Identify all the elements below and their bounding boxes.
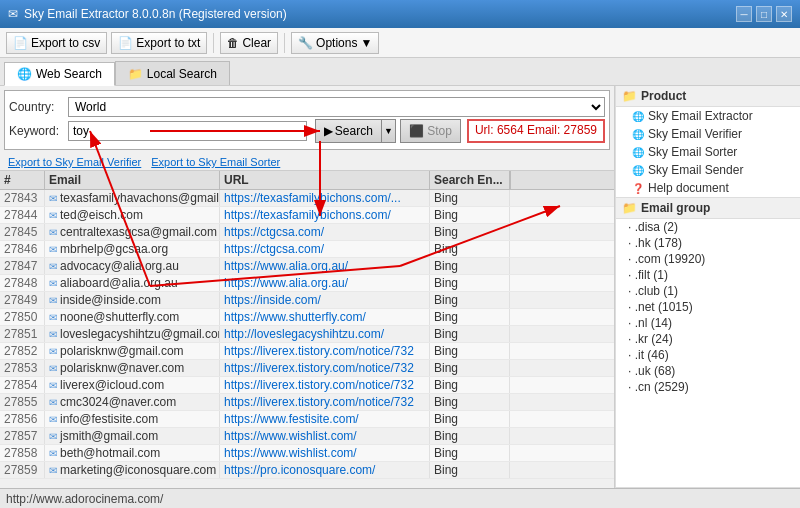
table-row[interactable]: 27844 ✉ ted@eisch.com https://texasfamil… — [0, 207, 614, 224]
table-row[interactable]: 27856 ✉ info@festisite.com https://www.f… — [0, 411, 614, 428]
cell-num: 27847 — [0, 258, 45, 274]
email-icon: ✉ — [49, 227, 57, 238]
clear-button[interactable]: 🗑 Clear — [220, 32, 278, 54]
email-group-list[interactable]: · .disa (2)· .hk (178)· .com (19920)· .f… — [616, 219, 800, 487]
cell-num: 27848 — [0, 275, 45, 291]
cell-email: ✉ inside@inside.com — [45, 292, 220, 308]
product-item-icon: 🌐 — [632, 129, 644, 140]
options-button[interactable]: 🔧 Options ▼ — [291, 32, 379, 54]
product-item-icon: 🌐 — [632, 165, 644, 176]
cell-engine: Bing — [430, 394, 510, 410]
cell-num: 27857 — [0, 428, 45, 444]
email-group-item[interactable]: · .com (19920) — [616, 251, 800, 267]
cell-url: https://www.festisite.com/ — [220, 411, 430, 427]
export-csv-button[interactable]: 📄 Export to csv — [6, 32, 107, 54]
cell-email: ✉ noone@shutterfly.com — [45, 309, 220, 325]
table-row[interactable]: 27849 ✉ inside@inside.com https://inside… — [0, 292, 614, 309]
table-row[interactable]: 27855 ✉ cmc3024@naver.com https://livere… — [0, 394, 614, 411]
cell-engine: Bing — [430, 190, 510, 206]
cell-engine: Bing — [430, 326, 510, 342]
right-panel: 📁 Product 🌐Sky Email Extractor🌐Sky Email… — [615, 86, 800, 488]
cell-url: https://liverex.tistory.com/notice/732 — [220, 377, 430, 393]
email-icon: ✉ — [49, 397, 57, 408]
keyword-input[interactable] — [68, 121, 307, 141]
cell-engine: Bing — [430, 292, 510, 308]
email-group-item[interactable]: · .it (46) — [616, 347, 800, 363]
cell-url: https://ctgcsa.com/ — [220, 224, 430, 240]
table-row[interactable]: 27858 ✉ beth@hotmail.com https://www.wis… — [0, 445, 614, 462]
export-verifier-link[interactable]: Export to Sky Email Verifier — [8, 156, 141, 168]
cell-email: ✉ ted@eisch.com — [45, 207, 220, 223]
tab-web-search[interactable]: 🌐 Web Search — [4, 62, 115, 86]
maximize-button[interactable]: □ — [756, 6, 772, 22]
email-icon: ✉ — [49, 278, 57, 289]
email-group-item[interactable]: · .club (1) — [616, 283, 800, 299]
email-group-item[interactable]: · .disa (2) — [616, 219, 800, 235]
email-group-item[interactable]: · .uk (68) — [616, 363, 800, 379]
search-dropdown-button[interactable]: ▼ — [382, 119, 396, 143]
cell-url: https://liverex.tistory.com/notice/732 — [220, 360, 430, 376]
product-item[interactable]: 🌐Sky Email Extractor — [616, 107, 800, 125]
app-title: Sky Email Extractor 8.0.0.8n (Registered… — [24, 7, 287, 21]
export-txt-button[interactable]: 📄 Export to txt — [111, 32, 207, 54]
table-row[interactable]: 27851 ✉ loveslegacyshihtzu@gmail.com htt… — [0, 326, 614, 343]
cell-engine: Bing — [430, 360, 510, 376]
email-icon: ✉ — [49, 312, 57, 323]
cell-url: https://www.wishlist.com/ — [220, 445, 430, 461]
cell-email: ✉ polarisknw@gmail.com — [45, 343, 220, 359]
product-item-label: Sky Email Verifier — [648, 127, 742, 141]
product-item-icon: 🌐 — [632, 111, 644, 122]
product-item[interactable]: 🌐Sky Email Sender — [616, 161, 800, 179]
country-select[interactable]: World — [68, 97, 605, 117]
search-button[interactable]: ▶ Search — [315, 119, 382, 143]
search-config-box: Country: World Keyword: ▶ Search ▼ ⬛ Sto… — [4, 90, 610, 150]
email-group-item[interactable]: · .hk (178) — [616, 235, 800, 251]
col-search-header: Search En... — [430, 171, 510, 189]
keyword-label: Keyword: — [9, 124, 64, 138]
product-item[interactable]: 🌐Sky Email Sorter — [616, 143, 800, 161]
col-url-header: URL — [220, 171, 430, 189]
product-header: 📁 Product — [616, 86, 800, 107]
tab-local-search[interactable]: 📁 Local Search — [115, 61, 230, 85]
cell-num: 27858 — [0, 445, 45, 461]
cell-num: 27850 — [0, 309, 45, 325]
table-row[interactable]: 27846 ✉ mbrhelp@gcsaa.org https://ctgcsa… — [0, 241, 614, 258]
email-group-item[interactable]: · .cn (2529) — [616, 379, 800, 395]
app-icon: ✉ — [8, 7, 18, 21]
table-row[interactable]: 27852 ✉ polarisknw@gmail.com https://liv… — [0, 343, 614, 360]
export-csv-icon: 📄 — [13, 36, 28, 50]
table-row[interactable]: 27857 ✉ jsmith@gmail.com https://www.wis… — [0, 428, 614, 445]
email-icon: ✉ — [49, 431, 57, 442]
cell-num: 27845 — [0, 224, 45, 240]
table-row[interactable]: 27843 ✉ texasfamilyhavachons@gmail... ht… — [0, 190, 614, 207]
email-group-item[interactable]: · .nl (14) — [616, 315, 800, 331]
email-group-item[interactable]: · .filt (1) — [616, 267, 800, 283]
product-section: 📁 Product 🌐Sky Email Extractor🌐Sky Email… — [616, 86, 800, 198]
table-body[interactable]: 27843 ✉ texasfamilyhavachons@gmail... ht… — [0, 190, 614, 485]
email-group-item[interactable]: · .net (1015) — [616, 299, 800, 315]
table-row[interactable]: 27853 ✉ polarisknw@naver.com https://liv… — [0, 360, 614, 377]
table-row[interactable]: 27845 ✉ centraltexasgcsa@gmail.com https… — [0, 224, 614, 241]
product-item[interactable]: 🌐Sky Email Verifier — [616, 125, 800, 143]
product-item-label: Help document — [648, 181, 729, 195]
minimize-button[interactable]: ─ — [736, 6, 752, 22]
email-group-item[interactable]: · .kr (24) — [616, 331, 800, 347]
export-sorter-link[interactable]: Export to Sky Email Sorter — [151, 156, 280, 168]
product-item[interactable]: ❓Help document — [616, 179, 800, 197]
cell-email: ✉ polarisknw@naver.com — [45, 360, 220, 376]
email-icon: ✉ — [49, 363, 57, 374]
table-row[interactable]: 27859 ✉ marketing@iconosquare.com https:… — [0, 462, 614, 479]
email-icon: ✉ — [49, 329, 57, 340]
toolbar: 📄 Export to csv 📄 Export to txt 🗑 Clear … — [0, 28, 800, 58]
stop-button[interactable]: ⬛ Stop — [400, 119, 461, 143]
cell-num: 27859 — [0, 462, 45, 478]
cell-url: https://texasfamilybichons.com/... — [220, 190, 430, 206]
close-button[interactable]: ✕ — [776, 6, 792, 22]
url-email-status: Url: 6564 Email: 27859 — [467, 119, 605, 143]
email-icon: ✉ — [49, 465, 57, 476]
table-row[interactable]: 27848 ✉ aliaboard@alia.org.au https://ww… — [0, 275, 614, 292]
table-row[interactable]: 27847 ✉ advocacy@alia.org.au https://www… — [0, 258, 614, 275]
table-row[interactable]: 27850 ✉ noone@shutterfly.com https://www… — [0, 309, 614, 326]
table-row[interactable]: 27854 ✉ liverex@icloud.com https://liver… — [0, 377, 614, 394]
email-icon: ✉ — [49, 244, 57, 255]
